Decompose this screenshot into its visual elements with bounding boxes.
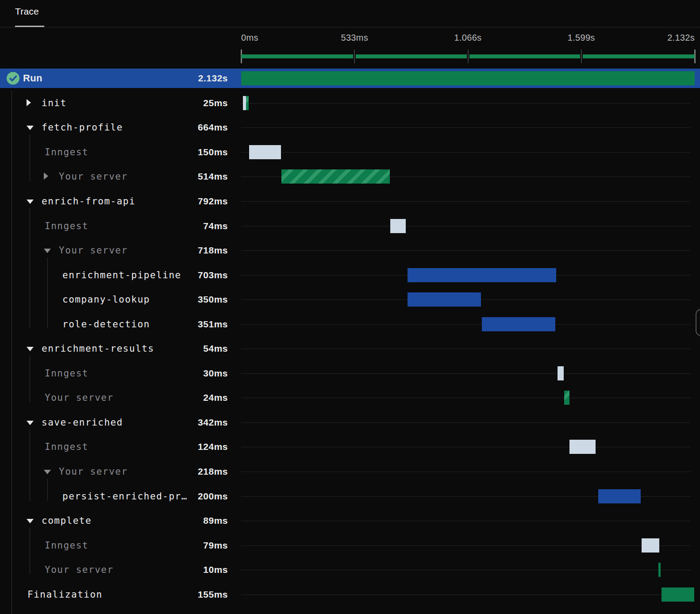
span-duration: 703ms bbox=[0, 270, 228, 280]
span-duration: 25ms bbox=[0, 98, 228, 108]
trace-row-company-lookup[interactable]: company-lookup350ms bbox=[0, 287, 700, 312]
span-duration: 350ms bbox=[0, 294, 228, 305]
run-row[interactable]: Run2.132s bbox=[0, 69, 700, 88]
span-bar-queue[interactable] bbox=[558, 366, 564, 380]
span-duration: 342ms bbox=[0, 417, 228, 428]
minimap-bar[interactable] bbox=[356, 54, 466, 58]
trace-row-finalization[interactable]: Finalization155ms bbox=[0, 582, 700, 607]
tree-guide-line bbox=[47, 479, 48, 501]
header: Trace bbox=[0, 0, 700, 27]
span-duration: 10ms bbox=[0, 564, 228, 575]
ruler-tick bbox=[468, 50, 469, 63]
trace-row-enrichment-pipeline[interactable]: enrichment-pipeline703ms bbox=[0, 263, 700, 288]
trace-row-persist-enriched-pr-[interactable]: persist-enriched-pr…200ms bbox=[0, 484, 700, 509]
trace-row-fetch-profile[interactable]: fetch-profile664ms bbox=[0, 115, 700, 140]
span-duration: 150ms bbox=[0, 147, 228, 157]
trace-row-complete[interactable]: complete89ms bbox=[0, 508, 700, 533]
span-duration: 124ms bbox=[0, 441, 228, 452]
tree-guide-line bbox=[12, 91, 12, 614]
span-bar-server[interactable] bbox=[658, 563, 661, 577]
minimap-bar[interactable] bbox=[241, 54, 353, 58]
trace-row-init[interactable]: init25ms bbox=[0, 91, 700, 115]
trace-row-inngest[interactable]: Inngest150ms bbox=[0, 140, 700, 165]
span-duration: 79ms bbox=[0, 540, 228, 551]
row-grid-line bbox=[241, 349, 691, 349]
ruler-tick bbox=[581, 50, 582, 63]
trace-row-inngest[interactable]: Inngest30ms bbox=[0, 361, 700, 386]
span-bar-queue[interactable] bbox=[243, 96, 246, 110]
row-grid-line bbox=[241, 127, 691, 128]
row-grid-line bbox=[241, 398, 691, 398]
timeline-ruler[interactable]: 0ms533ms1.066s1.599s2.132s bbox=[0, 27, 700, 69]
span-duration: 218ms bbox=[0, 466, 228, 477]
ruler-tick-label: 2.132s bbox=[667, 33, 695, 43]
span-bar-queue[interactable] bbox=[642, 538, 659, 553]
tab-trace-label: Trace bbox=[15, 6, 39, 16]
minimap-bar[interactable] bbox=[583, 54, 695, 58]
span-bar-queue[interactable] bbox=[569, 440, 596, 454]
span-duration: 792ms bbox=[0, 196, 228, 207]
span-bar-exec[interactable] bbox=[408, 292, 481, 307]
row-grid-line bbox=[241, 226, 691, 226]
row-grid-line bbox=[241, 201, 691, 202]
span-duration: 74ms bbox=[0, 221, 228, 231]
span-duration: 54ms bbox=[0, 343, 228, 354]
span-bar-server[interactable] bbox=[662, 587, 695, 602]
trace-row-your-server[interactable]: Your server10ms bbox=[0, 557, 700, 582]
span-bar-exec[interactable] bbox=[598, 489, 641, 503]
span-duration: 664ms bbox=[0, 122, 228, 133]
row-grid-line bbox=[241, 447, 691, 447]
minimap-bar[interactable] bbox=[469, 54, 580, 58]
row-grid-line bbox=[241, 472, 691, 472]
span-bar-server-hatched[interactable] bbox=[281, 169, 389, 184]
tree-guide-line bbox=[30, 528, 30, 574]
span-duration: 155ms bbox=[0, 589, 228, 600]
active-tab-indicator bbox=[15, 26, 44, 27]
span-bar-exec[interactable] bbox=[482, 317, 555, 331]
trace-panel: Trace 0ms533ms1.066s1.599s2.132s Run2.13… bbox=[0, 0, 700, 614]
span-duration: 351ms bbox=[0, 319, 228, 330]
span-bar-server-hatched[interactable] bbox=[564, 391, 569, 405]
span-duration: 24ms bbox=[0, 392, 228, 403]
row-grid-line bbox=[241, 250, 691, 251]
trace-row-your-server[interactable]: Your server218ms bbox=[0, 459, 700, 484]
trace-row-inngest[interactable]: Inngest74ms bbox=[0, 214, 700, 238]
span-duration: 30ms bbox=[0, 368, 228, 379]
span-bar-queue[interactable] bbox=[249, 145, 281, 159]
ruler-tick bbox=[354, 50, 355, 63]
trace-row-role-detection[interactable]: role-detection351ms bbox=[0, 312, 700, 337]
span-duration: 200ms bbox=[0, 491, 228, 502]
tree-guide-line bbox=[30, 430, 30, 501]
row-grid-line bbox=[241, 103, 691, 104]
trace-row-inngest[interactable]: Inngest124ms bbox=[0, 435, 700, 460]
trace-row-your-server[interactable]: Your server718ms bbox=[0, 238, 700, 263]
trace-row-enrichment-results[interactable]: enrichment-results54ms bbox=[0, 337, 700, 361]
span-duration: 2.132s bbox=[0, 73, 228, 84]
tab-trace[interactable]: Trace bbox=[15, 6, 39, 27]
ruler-tick-label: 533ms bbox=[341, 33, 368, 43]
ruler-tick-label: 1.599s bbox=[568, 33, 595, 43]
trace-row-inngest[interactable]: Inngest79ms bbox=[0, 533, 700, 558]
row-grid-line bbox=[241, 152, 691, 153]
span-duration: 89ms bbox=[0, 515, 228, 526]
scrollbar-thumb[interactable] bbox=[696, 309, 700, 336]
tree-guide-line bbox=[30, 356, 30, 402]
tree-guide-line bbox=[30, 134, 30, 181]
row-grid-line bbox=[241, 545, 691, 546]
trace-row-your-server[interactable]: Your server514ms bbox=[0, 165, 700, 189]
span-bar-queue[interactable] bbox=[390, 219, 406, 233]
trace-row-enrich-from-api[interactable]: enrich-from-api792ms bbox=[0, 189, 700, 214]
span-duration: 718ms bbox=[0, 245, 228, 256]
row-grid-line bbox=[241, 324, 691, 325]
span-bar-exec[interactable] bbox=[408, 268, 556, 282]
row-grid-line bbox=[241, 521, 691, 521]
ruler-tick-label: 0ms bbox=[241, 33, 258, 43]
trace-row-save-enriched[interactable]: save-enriched342ms bbox=[0, 410, 700, 435]
row-grid-line bbox=[241, 595, 691, 595]
row-grid-line bbox=[241, 422, 691, 423]
row-grid-line bbox=[241, 373, 691, 374]
span-bar-server-hatched[interactable] bbox=[246, 96, 249, 110]
span-bar-server[interactable] bbox=[241, 71, 695, 85]
tree-guide-line bbox=[47, 257, 48, 329]
trace-row-your-server[interactable]: Your server24ms bbox=[0, 386, 700, 411]
